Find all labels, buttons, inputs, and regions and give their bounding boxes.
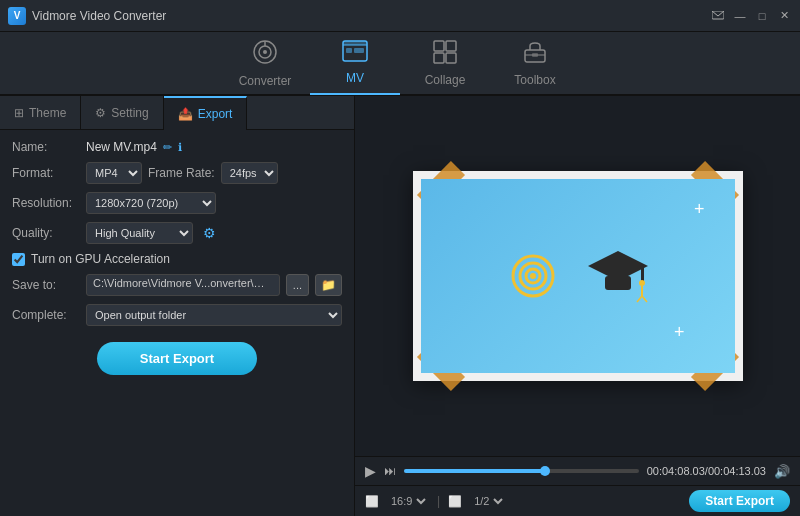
minimize-btn[interactable]: — (732, 8, 748, 24)
quality-label: Quality: (12, 226, 80, 240)
svg-rect-9 (354, 48, 364, 53)
total-time: 00:04:13.03 (708, 465, 766, 477)
mv-icon (342, 40, 368, 67)
quality-settings-icon[interactable]: ⚙ (203, 225, 216, 241)
volume-icon[interactable]: 🔊 (774, 464, 790, 479)
save-to-label: Save to: (12, 278, 80, 292)
complete-label: Complete: (12, 308, 80, 322)
aspect-ratio-select[interactable]: 16:9 4:3 1:1 9:16 (387, 494, 429, 508)
svg-rect-24 (641, 266, 644, 282)
window-controls: — □ ✕ (710, 8, 792, 24)
spiral-decoration (503, 246, 563, 306)
name-value: New MV.mp4 (86, 140, 157, 154)
nav-label-collage: Collage (425, 73, 466, 87)
svg-rect-23 (617, 266, 619, 280)
gpu-checkbox[interactable] (12, 253, 25, 266)
preview-frame: + + (413, 171, 743, 381)
close-btn[interactable]: ✕ (776, 8, 792, 24)
converter-icon (252, 39, 278, 70)
app-icon-text: V (14, 10, 21, 21)
step-forward-button[interactable]: ⏭ (384, 464, 396, 478)
aspect-ratio-icon: ⬜ (365, 495, 379, 508)
setting-tab-icon: ⚙ (95, 106, 106, 120)
export-tab-icon: 📤 (178, 107, 193, 121)
quality-row: Quality: High Quality Medium Quality Low… (12, 222, 342, 244)
tab-export[interactable]: 📤 Export (164, 96, 248, 130)
nav-item-mv[interactable]: MV (310, 31, 400, 95)
frame-rate-label: Frame Rate: (148, 166, 215, 180)
svg-rect-10 (434, 41, 444, 51)
svg-point-25 (639, 280, 645, 286)
svg-rect-16 (532, 53, 538, 57)
svg-rect-13 (446, 53, 456, 63)
main-content: ⊞ Theme ⚙ Setting 📤 Export Name: New MV.… (0, 96, 800, 516)
tab-setting[interactable]: ⚙ Setting (81, 96, 163, 130)
info-bar: ⬜ 16:9 4:3 1:1 9:16 | ⬜ 1/2 2/2 Start Ex… (355, 485, 800, 516)
export-tab-label: Export (198, 107, 233, 121)
graduation-hat-decoration (583, 246, 653, 306)
format-label: Format: (12, 166, 80, 180)
toolbox-icon (522, 40, 548, 69)
clip-position-icon: ⬜ (448, 495, 462, 508)
gpu-label[interactable]: Turn on GPU Acceleration (31, 252, 170, 266)
svg-rect-8 (346, 48, 352, 53)
preview-area: + + (355, 96, 800, 456)
nav-item-converter[interactable]: Converter (220, 31, 310, 95)
name-info-icon[interactable]: ℹ (178, 141, 182, 154)
progress-handle[interactable] (540, 466, 550, 476)
format-select[interactable]: MP4 AVI MOV MKV (86, 162, 142, 184)
plus-decoration-2: + (674, 322, 685, 343)
save-path-display: C:\Vidmore\Vidmore V...onverter\MV Expor… (86, 274, 280, 296)
app-title: Vidmore Video Converter (32, 9, 710, 23)
time-display: 00:04:08.03/00:04:13.03 (647, 465, 766, 477)
theme-tab-icon: ⊞ (14, 106, 24, 120)
resolution-row: Resolution: 1280x720 (720p) 1920x1080 (1… (12, 192, 342, 214)
gpu-row: Turn on GPU Acceleration (12, 252, 342, 266)
nav-item-collage[interactable]: Collage (400, 31, 490, 95)
start-export-right-button[interactable]: Start Export (689, 490, 790, 512)
nav-item-toolbox[interactable]: Toolbox (490, 31, 580, 95)
format-row: Format: MP4 AVI MOV MKV Frame Rate: 24fp… (12, 162, 342, 184)
right-panel: + + ▶ ⏭ 00:04:08.03/00:04:13.03 🔊 ⬜ 16:9 (355, 96, 800, 516)
svg-point-20 (530, 273, 536, 279)
play-button[interactable]: ▶ (365, 463, 376, 479)
resolution-select[interactable]: 1280x720 (720p) 1920x1080 (1080p) 854x48… (86, 192, 216, 214)
name-edit-icon[interactable]: ✏ (163, 141, 172, 154)
nav-label-mv: MV (346, 71, 364, 85)
tab-theme[interactable]: ⊞ Theme (0, 96, 81, 130)
left-panel: ⊞ Theme ⚙ Setting 📤 Export Name: New MV.… (0, 96, 355, 516)
collage-icon (433, 40, 457, 69)
titlebar: V Vidmore Video Converter — □ ✕ (0, 0, 800, 32)
nav-label-converter: Converter (239, 74, 292, 88)
playback-bar: ▶ ⏭ 00:04:08.03/00:04:13.03 🔊 (355, 456, 800, 485)
svg-rect-6 (343, 41, 367, 45)
start-export-button[interactable]: Start Export (97, 342, 257, 375)
theme-tab-label: Theme (29, 106, 66, 120)
nav-label-toolbox: Toolbox (514, 73, 555, 87)
save-to-row: Save to: C:\Vidmore\Vidmore V...onverter… (12, 274, 342, 296)
plus-decoration-1: + (694, 199, 705, 220)
progress-fill (404, 469, 545, 473)
clip-position-select[interactable]: 1/2 2/2 (470, 494, 506, 508)
svg-rect-12 (434, 53, 444, 63)
frame-rate-select[interactable]: 24fps 25fps 30fps 60fps (221, 162, 278, 184)
resolution-label: Resolution: (12, 196, 80, 210)
svg-point-3 (263, 50, 267, 54)
info-divider: | (437, 494, 440, 508)
name-label: Name: (12, 140, 80, 154)
message-btn[interactable] (710, 8, 726, 24)
open-folder-button[interactable]: 📁 (315, 274, 342, 296)
progress-bar[interactable] (404, 469, 639, 473)
preview-content: + + (421, 179, 735, 373)
svg-line-28 (642, 296, 647, 302)
browse-dots-button[interactable]: ... (286, 274, 309, 296)
top-navigation: Converter MV Collage (0, 32, 800, 96)
complete-select[interactable]: Open output folder Do nothing Shut down … (86, 304, 342, 326)
current-time: 00:04:08.03 (647, 465, 705, 477)
svg-rect-11 (446, 41, 456, 51)
export-form: Name: New MV.mp4 ✏ ℹ Format: MP4 AVI MOV… (0, 130, 354, 516)
svg-line-27 (637, 296, 642, 302)
maximize-btn[interactable]: □ (754, 8, 770, 24)
quality-select[interactable]: High Quality Medium Quality Low Quality (86, 222, 193, 244)
setting-tab-label: Setting (111, 106, 148, 120)
